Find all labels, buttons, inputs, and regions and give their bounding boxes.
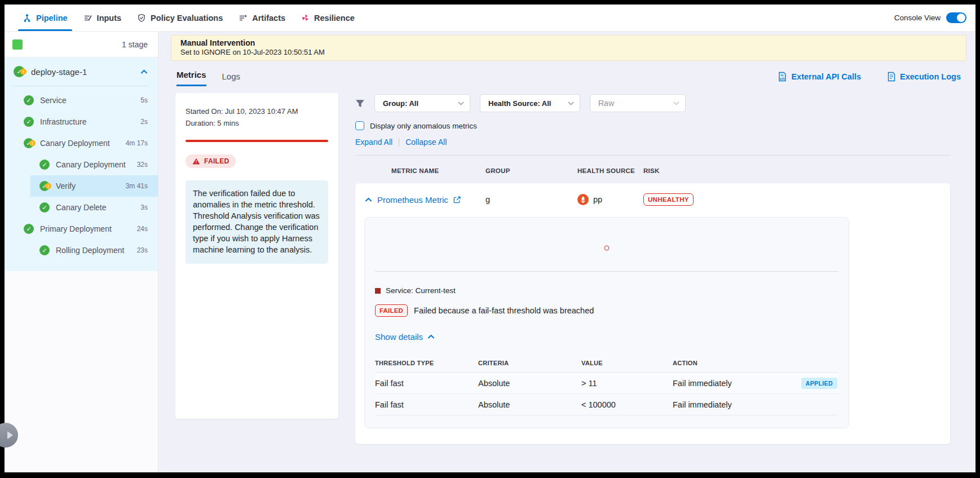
action: Fail immediately xyxy=(673,400,794,409)
col-group: GROUP xyxy=(485,167,577,174)
legend-marker xyxy=(375,288,381,294)
metric-chart-panel: Service: Current-test FAILED Failed beca… xyxy=(364,217,849,428)
prometheus-icon xyxy=(577,194,589,205)
collapse-chevron-up-icon[interactable] xyxy=(365,197,372,202)
threshold-type: Fail fast xyxy=(375,379,478,388)
execution-logs-link[interactable]: Execution Logs xyxy=(887,72,961,82)
tab-policy-evaluations[interactable]: Policy Evaluations xyxy=(129,5,231,31)
stage-tree: ✓! deploy-stage-1 ✓ Service 5s ✓ Infrast… xyxy=(5,57,158,271)
step-label: Service xyxy=(40,96,134,105)
banner-title: Manual Intervention xyxy=(180,38,957,47)
toggle-knob xyxy=(957,14,965,22)
main-content: Manual Intervention Set to IGNORE on 10-… xyxy=(158,32,975,472)
anomalous-metrics-checkbox[interactable] xyxy=(355,121,364,130)
collapse-all-link[interactable]: Collapse All xyxy=(405,138,447,147)
sidebar-header: 1 stage xyxy=(5,32,158,57)
step-label: Canary Deployment xyxy=(56,160,131,169)
external-link-icon[interactable] xyxy=(453,196,461,203)
resilience-icon xyxy=(301,14,310,22)
tab-resilience[interactable]: Resilience xyxy=(293,5,363,31)
step-infrastructure[interactable]: ✓ Infrastructure 2s xyxy=(5,111,158,132)
metric-chart-plot xyxy=(375,218,838,272)
metric-name-link[interactable]: Prometheus Metric xyxy=(377,195,448,205)
nav-tab-label: Artifacts xyxy=(252,14,285,23)
col-threshold-type: THRESHOLD TYPE xyxy=(375,360,478,366)
stage-row-deploy-stage-1[interactable]: ✓! deploy-stage-1 xyxy=(5,57,158,85)
execution-sidebar: 1 stage ✓! deploy-stage-1 ✓ Service 5s xyxy=(5,32,158,472)
success-warning-icon: ✓! xyxy=(24,138,34,148)
failed-status-label: FAILED xyxy=(204,157,229,165)
tab-logs[interactable]: Logs xyxy=(222,72,241,86)
step-rolling-deployment[interactable]: ✓ Rolling Deployment 23s xyxy=(5,240,158,261)
threshold-table-header: THRESHOLD TYPE CRITERIA VALUE ACTION xyxy=(375,353,838,373)
step-duration: 23s xyxy=(137,246,148,254)
threshold-row: Fail fast Absolute < 100000 Fail immedia… xyxy=(375,394,838,415)
anomalous-metrics-label: Display only anomalous metrics xyxy=(370,122,477,130)
failed-progress-bar xyxy=(186,140,328,142)
step-canary-deployment[interactable]: ✓ Canary Deployment 32s xyxy=(5,154,158,175)
col-criteria: CRITERIA xyxy=(478,360,581,366)
data-point[interactable] xyxy=(604,246,610,251)
nav-tab-label: Policy Evaluations xyxy=(151,14,223,23)
chevron-up-icon xyxy=(427,334,435,339)
step-verify[interactable]: ✓! Verify 3m 41s xyxy=(30,175,158,197)
tab-inputs[interactable]: Inputs xyxy=(76,5,130,31)
shield-check-icon xyxy=(137,14,146,23)
app-window: Pipeline Inputs Policy Evaluations Artif… xyxy=(5,5,975,472)
step-canary-delete[interactable]: ✓ Canary Delete 3s xyxy=(5,197,158,218)
metric-card: Prometheus Metric g pp xyxy=(355,183,950,444)
console-view-toggle[interactable] xyxy=(946,12,966,23)
criteria: Absolute xyxy=(478,400,581,409)
metric-row: Prometheus Metric g pp xyxy=(355,183,950,216)
warning-badge-icon: ! xyxy=(20,69,27,75)
threshold-table: THRESHOLD TYPE CRITERIA VALUE ACTION Fai… xyxy=(375,353,838,415)
tab-pipeline[interactable]: Pipeline xyxy=(15,5,76,31)
threshold-row: Fail fast Absolute > 11 Fail immediately… xyxy=(375,373,838,394)
step-duration: 24s xyxy=(137,225,148,233)
warning-badge-icon: ! xyxy=(45,183,51,189)
step-label: Canary Deployment xyxy=(40,139,120,148)
view-tab-row: Metrics Logs API External API Calls Exec… xyxy=(171,70,966,86)
execution-logs-label: Execution Logs xyxy=(900,72,961,81)
warning-badge-icon: ! xyxy=(29,140,36,147)
stage-status-warning-icon: ✓! xyxy=(14,66,25,77)
col-metric-name: METRIC NAME xyxy=(355,167,485,174)
group-filter-dropdown[interactable]: Group: All xyxy=(374,94,470,112)
chevron-up-icon[interactable] xyxy=(140,69,148,74)
pipeline-icon xyxy=(23,14,32,23)
tab-artifacts[interactable]: Artifacts xyxy=(231,5,293,31)
step-label: Canary Delete xyxy=(56,203,134,212)
fail-reason-row: FAILED Failed because a fail-fast thresh… xyxy=(375,304,838,317)
expand-all-link[interactable]: Expand All xyxy=(355,138,392,147)
value: < 100000 xyxy=(581,400,673,409)
step-canary-deployment-group[interactable]: ✓! Canary Deployment 4m 17s xyxy=(5,132,158,154)
applied-badge: APPLIED xyxy=(801,378,837,389)
transform-filter-dropdown[interactable]: Raw xyxy=(590,94,686,112)
threshold-type: Fail fast xyxy=(375,400,478,409)
show-details-link[interactable]: Show details xyxy=(375,332,838,342)
tab-metrics[interactable]: Metrics xyxy=(176,70,206,86)
chevron-down-icon xyxy=(673,101,679,105)
filter-funnel-icon[interactable] xyxy=(355,99,365,108)
step-service[interactable]: ✓ Service 5s xyxy=(5,90,158,111)
metrics-table-header: METRIC NAME GROUP HEALTH SOURCE RISK xyxy=(355,167,950,174)
success-check-icon: ✓ xyxy=(24,95,34,105)
step-duration: 3s xyxy=(140,203,148,211)
failed-reason: Failed because a fail-fast threshold was… xyxy=(414,306,594,315)
success-check-icon: ✓ xyxy=(24,224,34,234)
external-api-calls-link[interactable]: API External API Calls xyxy=(778,72,861,82)
failed-badge: FAILED xyxy=(375,304,408,317)
stage-count: 1 stage xyxy=(122,40,148,49)
svg-text:API: API xyxy=(780,77,785,81)
step-label: Primary Deployment xyxy=(40,224,131,233)
show-details-label: Show details xyxy=(375,332,423,342)
step-label: Infrastructure xyxy=(40,117,134,126)
metric-group: g xyxy=(485,195,577,204)
top-nav: Pipeline Inputs Policy Evaluations Artif… xyxy=(5,5,975,32)
success-warning-icon: ✓! xyxy=(39,181,50,191)
action: Fail immediately xyxy=(673,379,794,388)
step-primary-deployment[interactable]: ✓ Primary Deployment 24s xyxy=(5,218,158,240)
success-check-icon: ✓ xyxy=(39,245,50,255)
manual-intervention-banner: Manual Intervention Set to IGNORE on 10-… xyxy=(171,35,966,61)
health-source-filter-dropdown[interactable]: Health Source: All xyxy=(480,94,580,112)
